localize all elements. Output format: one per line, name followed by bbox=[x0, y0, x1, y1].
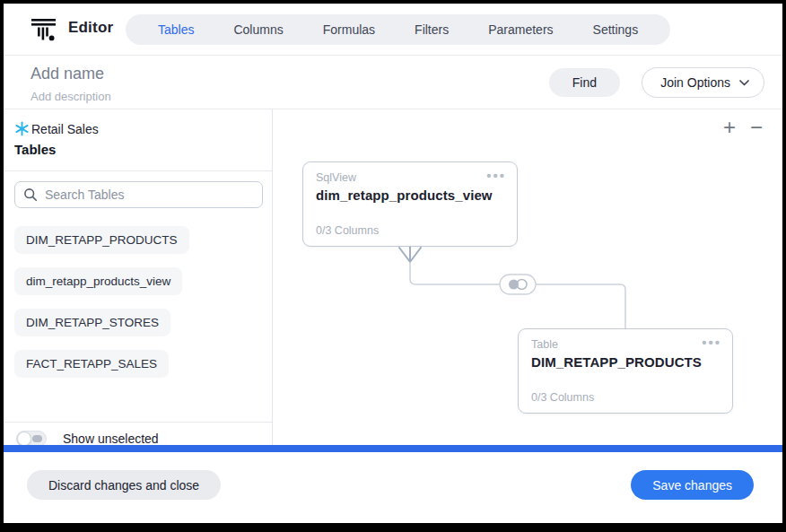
table-list-item[interactable]: DIM_RETAPP_PRODUCTS bbox=[14, 226, 189, 253]
app-title: Editor bbox=[68, 19, 113, 37]
sidebar-section-title: Tables bbox=[14, 142, 56, 157]
table-list-item[interactable]: FACT_RETAPP_SALES bbox=[14, 350, 169, 377]
editor-window: Editor Tables Columns Formulas Filters P… bbox=[4, 4, 782, 523]
editor-tabbar: Tables Columns Formulas Filters Paramete… bbox=[126, 14, 670, 45]
title-bar: Add name Add description Find Join Optio… bbox=[4, 56, 782, 109]
show-unselected-label: Show unselected bbox=[63, 432, 159, 446]
tab-tables[interactable]: Tables bbox=[138, 22, 214, 37]
header-bar: Editor Tables Columns Formulas Filters P… bbox=[4, 4, 782, 56]
accent-divider-bar bbox=[4, 445, 782, 452]
join-canvas[interactable]: + − SqlView ••• dim_retapp_products_view… bbox=[273, 109, 782, 445]
sidebar-divider bbox=[4, 170, 272, 171]
tab-columns[interactable]: Columns bbox=[214, 22, 302, 37]
tables-sidebar: Retail Sales Tables DIM_RETAPP_PRODUCTS … bbox=[4, 109, 273, 445]
sidebar-divider bbox=[4, 422, 272, 423]
footer-bar: Discard changes and close Save changes bbox=[4, 452, 782, 523]
node-type-label: SqlView bbox=[316, 171, 356, 184]
find-button[interactable]: Find bbox=[549, 68, 620, 97]
snowflake-icon bbox=[14, 121, 30, 136]
table-list-item[interactable]: dim_retapp_products_view bbox=[14, 267, 182, 294]
node-name: DIM_RETAPP_PRODUCTS bbox=[531, 354, 702, 370]
node-columns-count: 0/3 Columns bbox=[316, 224, 379, 237]
data-source-row: Retail Sales bbox=[14, 121, 99, 136]
tab-formulas[interactable]: Formulas bbox=[303, 22, 395, 37]
dataset-description-field[interactable]: Add description bbox=[31, 90, 111, 103]
save-changes-button[interactable]: Save changes bbox=[631, 470, 754, 500]
sigma-logo-icon bbox=[31, 16, 57, 43]
join-options-button[interactable]: Join Options bbox=[642, 67, 764, 98]
search-tables-box[interactable] bbox=[14, 181, 263, 208]
tab-filters[interactable]: Filters bbox=[395, 22, 468, 37]
tab-parameters[interactable]: Parameters bbox=[468, 22, 572, 37]
toggle-track-mark bbox=[32, 435, 42, 442]
join-type-icon bbox=[500, 275, 536, 294]
node-menu-icon[interactable]: ••• bbox=[486, 168, 506, 183]
join-options-label: Join Options bbox=[660, 75, 730, 90]
toggle-knob bbox=[17, 432, 31, 446]
data-source-name: Retail Sales bbox=[31, 122, 99, 136]
search-icon bbox=[23, 188, 38, 202]
canvas-node-table[interactable]: Table ••• DIM_RETAPP_PRODUCTS 0/3 Column… bbox=[518, 328, 733, 414]
search-tables-input[interactable] bbox=[45, 188, 254, 202]
node-columns-count: 0/3 Columns bbox=[531, 391, 594, 404]
canvas-node-sqlview[interactable]: SqlView ••• dim_retapp_products_view 0/3… bbox=[302, 161, 518, 247]
node-name: dim_retapp_products_view bbox=[316, 188, 493, 203]
node-menu-icon[interactable]: ••• bbox=[702, 335, 721, 350]
dataset-name-field[interactable]: Add name bbox=[31, 65, 104, 83]
table-list-item[interactable]: DIM_RETAPP_STORES bbox=[14, 309, 170, 336]
tab-settings[interactable]: Settings bbox=[573, 22, 659, 37]
chevron-down-icon bbox=[739, 80, 749, 86]
node-type-label: Table bbox=[531, 338, 558, 351]
discard-changes-button[interactable]: Discard changes and close bbox=[27, 470, 221, 500]
